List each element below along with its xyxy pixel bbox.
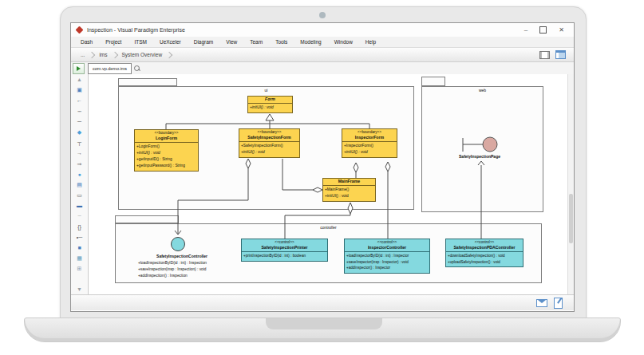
control-safetyinspectioncontroller-operations: +loadInspectionByID(id : int) : Inspecti… xyxy=(138,260,242,279)
menu-uexceler[interactable]: UeXceler xyxy=(153,39,188,45)
minimize-button[interactable]: – xyxy=(524,27,527,34)
class-loginform[interactable]: <<boundary>> LoginForm +LoginForm() +ini… xyxy=(134,129,199,172)
menu-project[interactable]: Project xyxy=(99,39,128,45)
lollipop-tool-icon[interactable]: •─ xyxy=(74,234,85,242)
decision-tool-icon[interactable]: ◆ xyxy=(74,128,85,136)
app-window: Inspection - Visual Paradigm Enterprise … xyxy=(70,22,575,312)
package-ui-tab[interactable] xyxy=(118,78,177,86)
association-tool-icon[interactable]: ← xyxy=(74,97,85,105)
scroll-up-icon[interactable]: ▲ xyxy=(74,76,85,84)
menu-modeling[interactable]: Modeling xyxy=(294,39,327,45)
grid-tool-icon[interactable]: ⊞ xyxy=(74,265,85,273)
note-tool-icon[interactable]: ▬ xyxy=(74,202,85,210)
package-web-label: web xyxy=(421,88,543,93)
anchor-tool-icon[interactable]: ─ xyxy=(74,118,85,126)
scrollbar-thumb[interactable] xyxy=(569,194,573,243)
run-model-button[interactable] xyxy=(73,63,85,74)
class-safetyinspectionform[interactable]: <<boundary>> SafetyInspectionForm +Safet… xyxy=(239,128,300,158)
edit-document-icon[interactable] xyxy=(554,298,563,309)
class-safetyinspectionpdacontroller[interactable]: <<control>> SafetyInspectionPDAControlle… xyxy=(445,239,523,267)
fit-bounds-icon[interactable] xyxy=(539,51,550,59)
package-tool-icon[interactable]: ▤ xyxy=(74,181,85,189)
diagram-panel-icon[interactable] xyxy=(555,50,566,59)
tool-palette: ▲ ▣ ← ┅ ─ ◆ ┬ → ⇒ ● ▤ ▭ ▬ ┈ {} •─ ■ ▦ ⊞ … xyxy=(71,74,89,295)
chevron-right-icon xyxy=(111,51,117,57)
play-icon xyxy=(77,66,81,71)
visual-paradigm-logo-icon xyxy=(76,26,84,34)
constraint-tool-icon[interactable]: {} xyxy=(74,223,85,231)
webcam-icon xyxy=(319,12,326,18)
breadcrumb: ... ims System Overview xyxy=(71,48,574,62)
tab-bar: com.vp.demo.ims xyxy=(71,62,574,74)
package-controller-label: controller xyxy=(115,225,542,230)
menu-tools[interactable]: Tools xyxy=(269,39,294,45)
vertical-scrollbar[interactable] xyxy=(567,74,574,295)
folder-tool-icon[interactable]: ■ xyxy=(74,244,85,252)
diagram-canvas[interactable]: ui web controller xyxy=(89,74,567,295)
menu-help[interactable]: Help xyxy=(359,39,382,45)
title-bar: Inspection - Visual Paradigm Enterprise … xyxy=(71,23,574,37)
package-controller-tab[interactable] xyxy=(115,215,179,223)
transition-tool-icon[interactable]: ⇒ xyxy=(74,160,85,168)
class-inspectorform[interactable]: <<boundary>> InspectorForm +InspectorFor… xyxy=(342,128,397,158)
dependency-tool-icon[interactable]: → xyxy=(74,149,85,157)
breadcrumb-system-overview[interactable]: System Overview xyxy=(119,52,166,57)
chevron-right-icon xyxy=(166,51,172,57)
window-title: Inspection - Visual Paradigm Enterprise xyxy=(87,27,185,33)
multiplicity-tool-icon[interactable]: ┅ xyxy=(74,108,85,116)
tab-com-vp-demo-ims[interactable]: com.vp.demo.ims xyxy=(88,63,132,74)
fork-tool-icon[interactable]: ┬ xyxy=(74,139,85,147)
ellipse-tool-icon[interactable]: ● xyxy=(74,171,85,179)
search-tab-icon[interactable] xyxy=(134,65,140,71)
scroll-down-icon[interactable]: ▼ xyxy=(74,286,85,294)
breadcrumb-ellipsis[interactable]: ... xyxy=(77,52,88,57)
status-bar xyxy=(71,294,574,310)
class-form[interactable]: Form +initUI() : void xyxy=(247,96,293,113)
package-web-tab[interactable] xyxy=(421,77,445,86)
class-mainframe[interactable]: MainFrame +MainFrame() +initUI() : void xyxy=(322,178,376,202)
menu-view[interactable]: View xyxy=(219,39,243,45)
menu-bar: Dash Project ITSM UeXceler Diagram View … xyxy=(71,37,574,48)
frame-tool-icon[interactable]: ▭ xyxy=(74,191,85,199)
laptop-base-notch xyxy=(266,318,382,329)
package-web[interactable] xyxy=(421,86,543,212)
menu-diagram[interactable]: Diagram xyxy=(188,39,220,45)
close-button[interactable]: ✕ xyxy=(559,27,564,34)
class-safetyinspectionprinter[interactable]: <<control>> SafetyInspectionPrinter +pri… xyxy=(241,239,328,262)
chevron-right-icon xyxy=(89,51,95,57)
package-ui-label: ui xyxy=(118,88,414,93)
menu-team[interactable]: Team xyxy=(243,39,269,45)
boundary-safetyinspectionpage-label[interactable]: SafetyInspectionPage xyxy=(441,154,518,159)
menu-window[interactable]: Window xyxy=(328,39,359,45)
tab-label: com.vp.demo.ims xyxy=(93,66,127,71)
menu-dash[interactable]: Dash xyxy=(74,39,99,45)
chart-tool-icon[interactable]: ▦ xyxy=(74,254,85,262)
message-icon[interactable] xyxy=(536,299,547,307)
maximize-button[interactable] xyxy=(539,26,547,34)
breadcrumb-ims[interactable]: ims xyxy=(96,52,110,57)
menu-itsm[interactable]: ITSM xyxy=(128,39,153,45)
class-tool-icon[interactable]: ▣ xyxy=(74,86,85,94)
class-inspectorcontroller[interactable]: <<control>> InspectorController +loadIns… xyxy=(344,239,430,274)
control-safetyinspectioncontroller-label[interactable]: SafetyInspectionController xyxy=(134,254,230,258)
palette-separator: ┈ xyxy=(74,212,85,220)
